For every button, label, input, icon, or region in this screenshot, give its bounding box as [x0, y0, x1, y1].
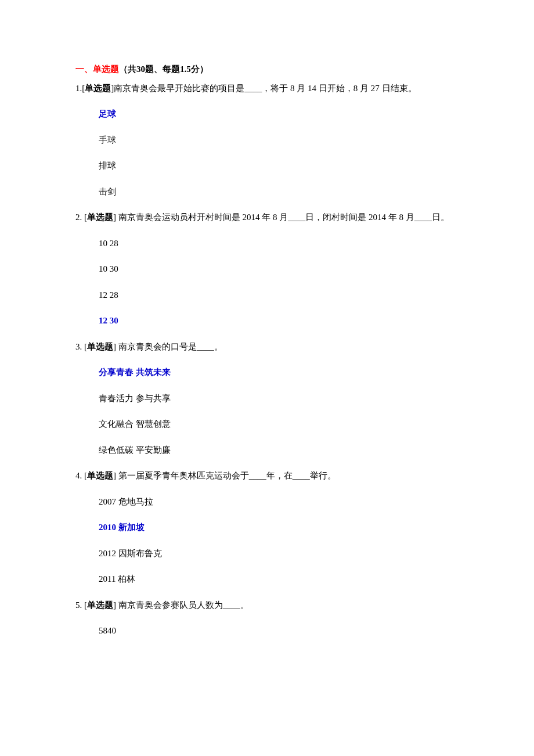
question-stem: 南京青奥会的口号是____。 [118, 342, 223, 351]
bracket-open: [ [82, 213, 87, 222]
bracket-open: [ [82, 600, 87, 610]
question-type: 单选题 [87, 213, 113, 222]
option: 10 30 [99, 262, 459, 276]
question-1-options: 足球 手球 排球 击剑 [75, 107, 459, 198]
question-4-options: 2007 危地马拉 2010 新加坡 2012 因斯布鲁克 2011 柏林 [75, 495, 459, 586]
question-number: 3. [75, 342, 82, 351]
question-type: 单选题 [87, 342, 113, 351]
option: 手球 [99, 134, 459, 147]
option: 绿色低碳 平安勤廉 [99, 444, 459, 457]
option: 2012 因斯布鲁克 [99, 547, 459, 560]
option: 击剑 [99, 185, 459, 199]
option: 排球 [99, 159, 459, 172]
option: 2010 新加坡 [99, 521, 459, 534]
question-stem: 南京青奥会最早开始比赛的项目是____，将于 8 月 14 日开始，8 月 27… [114, 84, 416, 93]
question-5: 5. [单选题] 南京青奥会参赛队员人数为____。 [75, 599, 459, 612]
section-number: 一、 [75, 64, 93, 74]
option: 5840 [99, 624, 459, 638]
option: 足球 [99, 107, 459, 121]
question-2-options: 10 28 10 30 12 28 12 30 [75, 237, 459, 327]
question-4: 4. [单选题] 第一届夏季青年奥林匹克运动会于____年，在____举行。 [75, 469, 459, 483]
bracket-close: ] [113, 342, 118, 351]
option: 青春活力 参与共享 [99, 392, 459, 405]
bracket-open: [ [82, 342, 87, 351]
question-stem: 第一届夏季青年奥林匹克运动会于____年，在____举行。 [118, 471, 336, 480]
question-3: 3. [单选题] 南京青奥会的口号是____。 [75, 340, 459, 354]
question-3-options: 分享青春 共筑未来 青春活力 参与共享 文化融合 智慧创意 绿色低碳 平安勤廉 [75, 366, 459, 456]
option: 文化融合 智慧创意 [99, 417, 459, 431]
option: 12 28 [99, 289, 459, 302]
question-number: 4. [75, 471, 82, 480]
question-number: 1. [75, 84, 82, 93]
bracket-close: ] [113, 600, 118, 610]
document-page: 一、单选题（共30题、每题1.5分） 1.[单选题]南京青奥会最早开始比赛的项目… [0, 0, 534, 756]
option: 2011 柏林 [99, 573, 459, 586]
option: 12 30 [99, 314, 459, 327]
question-stem: 南京青奥会运动员村开村时间是 2014 年 8 月____日，闭村时间是 201… [118, 213, 449, 222]
question-number: 5. [75, 600, 82, 610]
question-number: 2. [75, 213, 82, 222]
option: 10 28 [99, 237, 459, 250]
bracket-open: [ [82, 471, 87, 480]
question-type: 单选题 [85, 84, 111, 93]
option: 2007 危地马拉 [99, 495, 459, 509]
question-5-options: 5840 [75, 624, 459, 638]
question-type: 单选题 [87, 471, 113, 480]
bracket-close: ] [113, 471, 118, 480]
question-type: 单选题 [87, 600, 113, 610]
bracket-close: ] [113, 213, 118, 222]
question-1: 1.[单选题]南京青奥会最早开始比赛的项目是____，将于 8 月 14 日开始… [75, 82, 459, 95]
section-count: （共30题、每题1.5分） [119, 64, 208, 74]
question-stem: 南京青奥会参赛队员人数为____。 [118, 600, 249, 610]
question-2: 2. [单选题] 南京青奥会运动员村开村时间是 2014 年 8 月____日，… [75, 211, 459, 224]
section-header: 一、单选题（共30题、每题1.5分） [75, 63, 459, 76]
option: 分享青春 共筑未来 [99, 366, 459, 379]
section-title: 单选题 [93, 64, 119, 74]
